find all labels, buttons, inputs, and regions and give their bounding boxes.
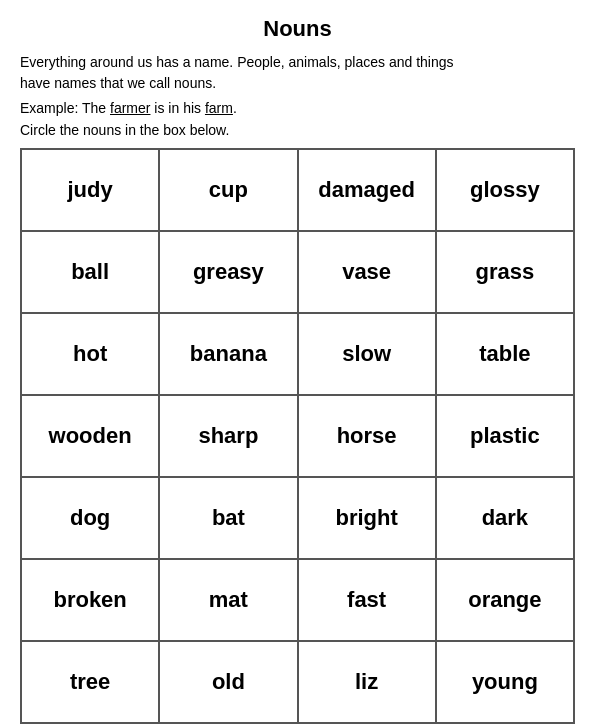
grid-cell: table [436,313,574,395]
grid-cell: broken [21,559,159,641]
grid-cell: glossy [436,149,574,231]
example-suffix: . [233,100,237,116]
grid-cell: dog [21,477,159,559]
grid-cell: wooden [21,395,159,477]
grid-cell: ball [21,231,159,313]
noun-grid: judycupdamagedglossyballgreasyvasegrassh… [20,148,575,724]
grid-cell: vase [298,231,436,313]
grid-cell: bright [298,477,436,559]
grid-cell: dark [436,477,574,559]
grid-cell: mat [159,559,297,641]
grid-cell: judy [21,149,159,231]
grid-cell: slow [298,313,436,395]
example-middle: is in his [150,100,204,116]
page-container: Nouns Everything around us has a name. P… [0,0,595,725]
grid-cell: banana [159,313,297,395]
example-text: Example: The farmer is in his farm. [20,100,575,116]
grid-cell: hot [21,313,159,395]
grid-cell: plastic [436,395,574,477]
example-prefix: Example: The [20,100,110,116]
grid-cell: greasy [159,231,297,313]
instruction-text: Circle the nouns in the box below. [20,122,575,138]
intro-line1: Everything around us has a name. People,… [20,54,454,70]
grid-cell: grass [436,231,574,313]
grid-cell: horse [298,395,436,477]
grid-cell: young [436,641,574,723]
page-title: Nouns [20,16,575,42]
grid-cell: fast [298,559,436,641]
intro-line2: have names that we call nouns. [20,75,216,91]
grid-cell: cup [159,149,297,231]
grid-cell: orange [436,559,574,641]
grid-cell: tree [21,641,159,723]
example-word2: farm [205,100,233,116]
intro-text: Everything around us has a name. People,… [20,52,575,94]
grid-cell: liz [298,641,436,723]
grid-cell: damaged [298,149,436,231]
grid-cell: bat [159,477,297,559]
grid-cell: sharp [159,395,297,477]
example-word1: farmer [110,100,150,116]
grid-cell: old [159,641,297,723]
